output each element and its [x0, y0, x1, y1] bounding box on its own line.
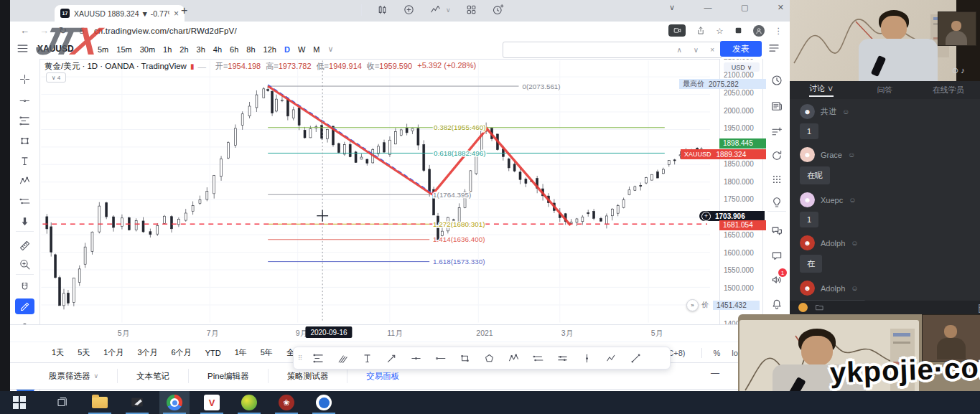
screenshot-app[interactable] — [122, 391, 152, 414]
news-icon[interactable] — [768, 98, 785, 115]
percent-scale-button[interactable]: % — [714, 349, 721, 357]
layout-grid-icon[interactable] — [465, 4, 477, 16]
publish-button[interactable]: 发表 — [720, 41, 762, 57]
bottom-tab[interactable]: 策略测试器 — [269, 369, 348, 383]
floating-drawing-toolbar[interactable]: ⠿ — [293, 347, 671, 370]
range-1年[interactable]: 1年 — [235, 347, 247, 358]
share-icon[interactable] — [696, 26, 706, 36]
legend-collapse-chip[interactable]: ∨4 — [46, 72, 66, 83]
start-button[interactable] — [4, 391, 34, 414]
range-3个月[interactable]: 3个月 — [137, 347, 157, 358]
webcam-video-top[interactable]: ⊙ ♪ — [790, 0, 980, 81]
chat-tab[interactable]: 问答 — [853, 85, 916, 95]
close-icon[interactable]: ✕ — [778, 3, 784, 12]
vertical-line-icon[interactable] — [577, 349, 598, 367]
time-axis[interactable]: 5月7月9月11月20213月5月2020-09-16 — [10, 324, 762, 342]
range-YTD[interactable]: YTD — [205, 349, 221, 357]
extensions-icon[interactable] — [734, 26, 743, 35]
profile-avatar[interactable] — [753, 25, 765, 37]
url-text[interactable]: cn.tradingview.com/chart/RWd2dFpV/ — [94, 27, 237, 35]
up-icon[interactable]: ∧ — [677, 46, 682, 54]
down-icon[interactable]: ∨ — [694, 46, 699, 54]
chat-icon[interactable] — [768, 248, 785, 265]
notifications-bell-icon[interactable] — [768, 296, 785, 313]
timeframe-2h[interactable]: 2h — [179, 45, 188, 54]
pitchfork-icon[interactable] — [332, 349, 354, 367]
text-notes-icon[interactable] — [768, 123, 785, 141]
chat-input-row[interactable]: ▤ — [790, 301, 980, 314]
ideas-bulb-icon[interactable] — [768, 194, 785, 211]
timeframe-3h[interactable]: 3h — [197, 45, 205, 54]
timeframe-M[interactable]: M — [313, 45, 319, 54]
drag-handle-icon[interactable]: ⠿ — [298, 354, 304, 362]
chat-tab[interactable]: 讨论 ∨ — [790, 83, 853, 97]
bookmark-star-icon[interactable]: ☆ — [716, 26, 723, 36]
bottom-tab[interactable]: 股票筛选器 ∨ — [30, 369, 118, 383]
refresh-icon[interactable]: ↻ — [59, 25, 67, 36]
zigzag-icon[interactable] — [601, 349, 622, 367]
timeframe-12h[interactable]: 12h — [263, 45, 276, 54]
chrome-browser[interactable] — [159, 391, 190, 414]
trend-angle-icon[interactable] — [625, 349, 647, 367]
text-icon[interactable] — [357, 349, 378, 367]
collapse-dash-icon[interactable]: — — [197, 62, 206, 71]
bottom-tab[interactable]: 交易面板 — [347, 369, 418, 383]
calendar-icon[interactable] — [768, 171, 785, 188]
timeframe-W[interactable]: W — [298, 45, 305, 54]
range-5天[interactable]: 5天 — [78, 347, 90, 358]
file-explorer[interactable] — [85, 391, 115, 414]
indicators-chevron-icon[interactable]: ∨ — [446, 6, 451, 14]
green-sphere-app[interactable] — [234, 391, 264, 414]
timeframe-4h[interactable]: 4h — [213, 45, 222, 54]
timeframe-15m[interactable]: 15m — [116, 45, 131, 54]
currency-dropdown[interactable]: USD∨ — [724, 62, 760, 72]
alert-add-icon[interactable] — [492, 4, 504, 16]
disjoint-channel-icon[interactable] — [552, 349, 574, 367]
maroon-app[interactable]: ❀ — [271, 391, 302, 414]
task-view-button[interactable] — [47, 391, 78, 414]
arrow-icon[interactable] — [381, 349, 403, 367]
parallel-channel-icon[interactable] — [528, 349, 549, 367]
fib-retracement-icon[interactable] — [308, 349, 330, 367]
timeframe-D[interactable]: D — [284, 45, 290, 54]
alerts-clock-icon[interactable] — [768, 72, 785, 89]
emoji-icon[interactable] — [798, 303, 808, 312]
range-1个月[interactable]: 1个月 — [103, 347, 123, 358]
qa-chat-icon[interactable] — [768, 222, 785, 240]
tab-search-icon[interactable]: ∨ — [669, 3, 675, 12]
mic-control-icon[interactable]: ⊙ ♪ — [952, 66, 965, 75]
trading-app-red[interactable]: V — [197, 391, 227, 414]
timeframe-5m[interactable]: 5m — [98, 45, 108, 54]
maximize-icon[interactable]: ▢ — [741, 3, 748, 12]
blue-circle-app[interactable] — [309, 391, 339, 414]
folder-icon[interactable] — [815, 303, 824, 312]
new-tab-button[interactable]: + — [181, 4, 187, 17]
chart-legend[interactable]: 黄金/美元 · 1D · OANDA · TradingView ▮ — 开=1… — [45, 61, 476, 72]
bottom-tab[interactable]: 文本笔记 — [118, 369, 189, 383]
menu-dots-icon[interactable]: ⋮ — [775, 26, 783, 36]
watchlist-icon[interactable] — [767, 42, 785, 59]
clear-icon[interactable]: × — [710, 46, 714, 54]
screen-capture-icon[interactable] — [668, 24, 686, 37]
indicators-icon[interactable] — [429, 4, 442, 16]
timeframe-1h[interactable]: 1h — [163, 45, 172, 54]
compare-icon[interactable] — [403, 4, 415, 16]
chat-tab[interactable]: 在线学员 — [917, 85, 980, 95]
price-chart[interactable]: 0(2073.561)0.382(1955.460)0.618(1882.496… — [10, 59, 762, 324]
candles-style-icon[interactable] — [376, 4, 388, 16]
range-6个月[interactable]: 6个月 — [172, 347, 192, 358]
symbol-button[interactable]: XAUUSD — [37, 44, 74, 54]
trend-line-icon[interactable] — [406, 349, 427, 367]
xabcd-pattern-icon[interactable] — [503, 349, 525, 367]
browser-tab[interactable]: 17 XAUUSD 1889.324 ▼ -0.77% × — [55, 5, 185, 22]
polygon-icon[interactable] — [479, 349, 500, 367]
timeframe-6h[interactable]: 6h — [230, 45, 238, 54]
timeframe-30m[interactable]: 30m — [140, 45, 155, 54]
rectangle-icon[interactable] — [454, 349, 476, 367]
timeframe-8h[interactable]: 8h — [246, 45, 255, 54]
hotlists-icon[interactable] — [768, 147, 785, 164]
tab-close-icon[interactable]: × — [174, 9, 179, 19]
hamburger-menu-icon[interactable] — [16, 42, 33, 59]
bottom-tab[interactable]: Pine编辑器 — [189, 369, 269, 383]
ray-icon[interactable] — [430, 349, 452, 367]
